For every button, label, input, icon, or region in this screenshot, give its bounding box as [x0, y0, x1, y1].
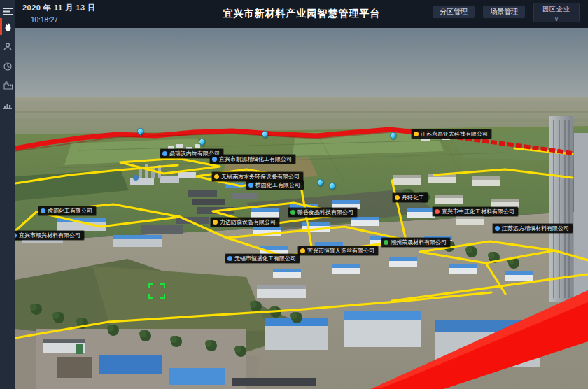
company-label-text: 横固化工有限公司 — [255, 181, 300, 190]
company-label-text: 江苏永昌亚太科技有限公司 — [421, 129, 488, 139]
company-label[interactable]: 江苏远方精细材料有限公司 — [493, 224, 573, 233]
map-3d-view[interactable]: 江苏永昌亚太科技有限公司 鼎瑞汉内饰有限公司 宜兴市凯源精细化工有限公司 无锡南… — [15, 28, 588, 389]
sidebar-active-indicator — [0, 18, 2, 35]
company-label[interactable]: 无锡市恒盛化工有限公司 — [225, 254, 300, 263]
company-label[interactable]: 宜兴市顺兴材料有限公司 — [15, 231, 84, 240]
flame-icon[interactable] — [0, 18, 15, 35]
scene-management-button[interactable]: 场景管理 — [483, 6, 525, 18]
top-header: 2020 年 11 月 13 日 10:18:27 宜兴市新材料产业园智慧管理平… — [15, 0, 588, 28]
app-window: 2020 年 11 月 13 日 10:18:27 宜兴市新材料产业园智慧管理平… — [0, 0, 588, 389]
company-label-text: 宜兴市恒隆人造丝有限公司 — [307, 246, 374, 255]
company-category-icon — [435, 209, 440, 214]
company-label-text: 宜兴市凯源精细化工有限公司 — [219, 155, 292, 164]
company-category-icon — [300, 248, 305, 253]
company-label[interactable]: 丹特化工 — [393, 193, 428, 202]
company-category-icon — [495, 226, 500, 231]
company-category-icon — [15, 233, 17, 238]
company-label-text: 力达防腐设备有限公司 — [220, 218, 276, 227]
company-category-icon — [227, 256, 232, 261]
company-category-icon — [41, 208, 46, 213]
company-label[interactable]: 力达防腐设备有限公司 — [211, 218, 279, 227]
company-label[interactable]: 宜兴市凯源精细化工有限公司 — [210, 155, 295, 164]
menu-icon[interactable] — [0, 3, 15, 20]
company-category-icon — [213, 220, 218, 225]
company-category-icon — [384, 240, 388, 245]
park-enterprise-dropdown[interactable]: 园区企业 ∨ — [533, 3, 580, 22]
dropdown-label: 园区企业 — [542, 5, 570, 14]
company-category-icon — [214, 174, 219, 179]
gauge-icon[interactable] — [0, 58, 15, 75]
company-label[interactable]: 横固化工有限公司 — [246, 181, 304, 190]
company-label-text: 宜兴市中正化工材料有限公司 — [442, 207, 514, 216]
bar-chart-icon[interactable] — [0, 97, 15, 113]
company-label-text: 宜兴市顺兴材料有限公司 — [19, 231, 80, 240]
company-label[interactable]: 宜兴市恒隆人造丝有限公司 — [298, 246, 378, 255]
user-icon[interactable] — [0, 38, 15, 55]
company-label[interactable]: 宜兴市中正化工材料有限公司 — [433, 207, 518, 216]
company-label-text: 丹特化工 — [402, 193, 424, 202]
company-label-text: 虎霸化工有限公司 — [48, 206, 92, 215]
factory-icon[interactable] — [0, 77, 15, 94]
sidebar — [0, 0, 15, 389]
chevron-down-icon: ∨ — [554, 17, 559, 22]
company-label[interactable]: 翰香食品科技有限公司 — [288, 208, 357, 217]
selection-target-brackets — [148, 283, 165, 299]
company-category-icon — [414, 132, 419, 136]
company-label-text: 江苏远方精细材料有限公司 — [502, 224, 569, 233]
company-label[interactable]: 虎霸化工有限公司 — [38, 206, 96, 215]
company-category-icon — [395, 195, 400, 200]
company-label[interactable]: 江苏永昌亚太科技有限公司 — [412, 129, 491, 139]
company-label-text: 翰香食品科技有限公司 — [298, 208, 354, 217]
company-category-icon — [248, 183, 253, 188]
company-category-icon — [162, 151, 167, 156]
company-label[interactable]: 潮州荣晟材料有限公司 — [382, 238, 450, 247]
header-actions: 分区管理 场景管理 园区企业 ∨ — [433, 3, 580, 22]
company-label-text: 无锡市恒盛化工有限公司 — [234, 254, 296, 263]
company-category-icon — [290, 210, 295, 215]
map-sky — [15, 28, 588, 140]
company-category-icon — [212, 157, 217, 162]
zone-management-button[interactable]: 分区管理 — [433, 6, 475, 18]
company-label-text: 潮州荣晟材料有限公司 — [391, 238, 447, 247]
